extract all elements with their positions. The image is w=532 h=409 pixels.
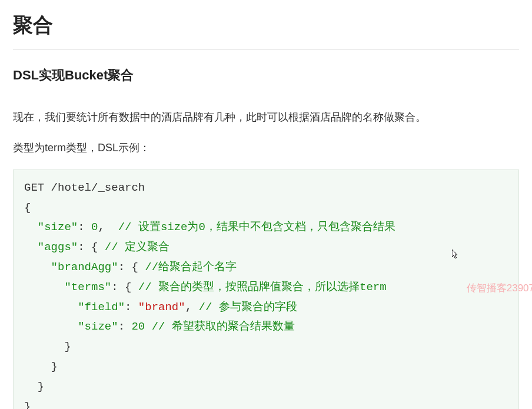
code-line: } — [24, 400, 31, 409]
paragraph-1: 现在，我们要统计所有数据中的酒店品牌有几种，此时可以根据酒店品牌的名称做聚合。 — [13, 108, 519, 127]
code-line: } — [24, 380, 44, 393]
divider — [13, 49, 519, 50]
code-line: { — [24, 201, 31, 214]
code-line: } — [24, 340, 71, 353]
paragraph-2: 类型为term类型，DSL示例： — [13, 138, 519, 157]
code-line: GET /hotel/_search — [24, 181, 145, 194]
code-line: } — [24, 360, 58, 373]
page-title: 聚合 — [13, 12, 519, 39]
code-block: GET /hotel/_search { "size": 0, // 设置siz… — [13, 169, 519, 409]
section-title: DSL实现Bucket聚合 — [13, 66, 519, 84]
